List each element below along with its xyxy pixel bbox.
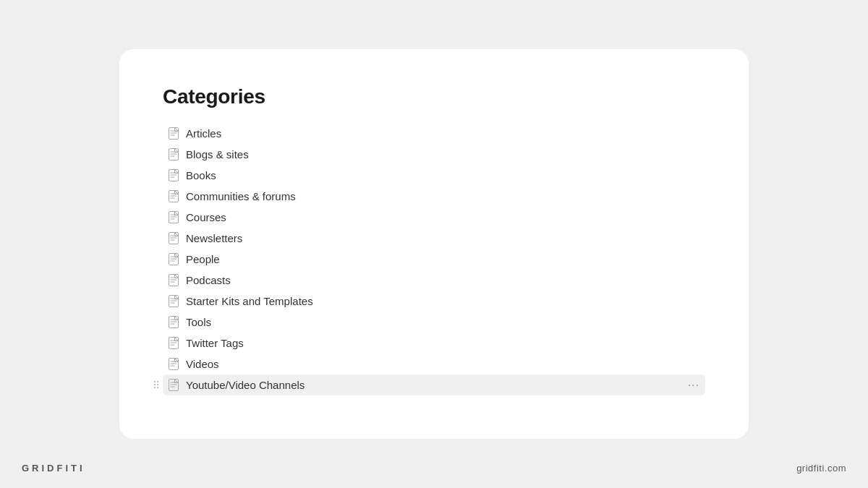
category-label: Courses bbox=[186, 211, 226, 223]
document-icon bbox=[169, 127, 179, 140]
list-item[interactable]: Podcasts bbox=[163, 270, 705, 291]
category-label: Articles bbox=[186, 127, 221, 140]
list-item[interactable]: People bbox=[163, 249, 705, 270]
document-icon bbox=[169, 148, 179, 160]
category-label: Blogs & sites bbox=[186, 148, 249, 160]
document-icon bbox=[169, 316, 179, 328]
list-item[interactable]: ⠿ Youtube/Video Channels··· bbox=[163, 374, 705, 395]
more-options-button[interactable]: ··· bbox=[688, 379, 699, 392]
list-item[interactable]: Starter Kits and Templates bbox=[163, 291, 705, 312]
document-icon bbox=[169, 232, 179, 244]
category-label: Podcasts bbox=[186, 274, 231, 286]
list-item[interactable]: Newsletters bbox=[163, 228, 705, 249]
document-icon bbox=[169, 358, 179, 370]
footer-right: gridfiti.com bbox=[796, 463, 846, 474]
category-label: Communities & forums bbox=[186, 190, 296, 202]
category-label: Starter Kits and Templates bbox=[186, 295, 313, 307]
list-item[interactable]: Blogs & sites bbox=[163, 144, 705, 165]
category-label: Books bbox=[186, 169, 216, 181]
category-label: Newsletters bbox=[186, 232, 242, 244]
document-icon bbox=[169, 379, 179, 391]
category-label: Youtube/Video Channels bbox=[186, 379, 305, 391]
document-icon bbox=[169, 337, 179, 349]
list-item[interactable]: Courses bbox=[163, 207, 705, 228]
list-item[interactable]: Communities & forums bbox=[163, 186, 705, 207]
document-icon bbox=[169, 190, 179, 202]
document-icon bbox=[169, 253, 179, 265]
footer-left: GRIDFITI bbox=[22, 463, 85, 474]
document-icon bbox=[169, 211, 179, 223]
drag-handle-icon: ⠿ bbox=[153, 380, 160, 391]
document-icon bbox=[169, 169, 179, 181]
document-icon bbox=[169, 274, 179, 286]
list-item[interactable]: Twitter Tags bbox=[163, 333, 705, 354]
category-list: Articles Blogs & sites Books Communities… bbox=[163, 123, 705, 395]
category-label: People bbox=[186, 253, 220, 265]
list-item[interactable]: Tools bbox=[163, 312, 705, 333]
categories-title: Categories bbox=[163, 85, 705, 108]
list-item[interactable]: Articles bbox=[163, 123, 705, 144]
list-item[interactable]: Books bbox=[163, 165, 705, 186]
category-label: Videos bbox=[186, 358, 219, 370]
card: Categories Articles Blogs & sites Books bbox=[119, 49, 749, 439]
category-label: Tools bbox=[186, 316, 211, 328]
document-icon bbox=[169, 295, 179, 307]
category-label: Twitter Tags bbox=[186, 337, 244, 349]
list-item[interactable]: Videos bbox=[163, 354, 705, 374]
